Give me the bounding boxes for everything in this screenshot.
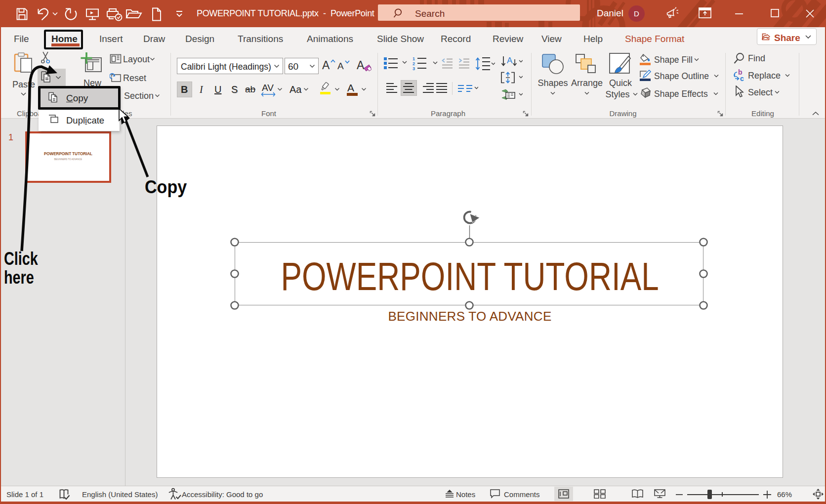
svg-text:3: 3 xyxy=(413,66,415,71)
svg-text:1: 1 xyxy=(413,56,415,61)
svg-text:c: c xyxy=(740,75,744,82)
svg-text:2: 2 xyxy=(413,61,415,66)
svg-text:A: A xyxy=(507,56,513,65)
